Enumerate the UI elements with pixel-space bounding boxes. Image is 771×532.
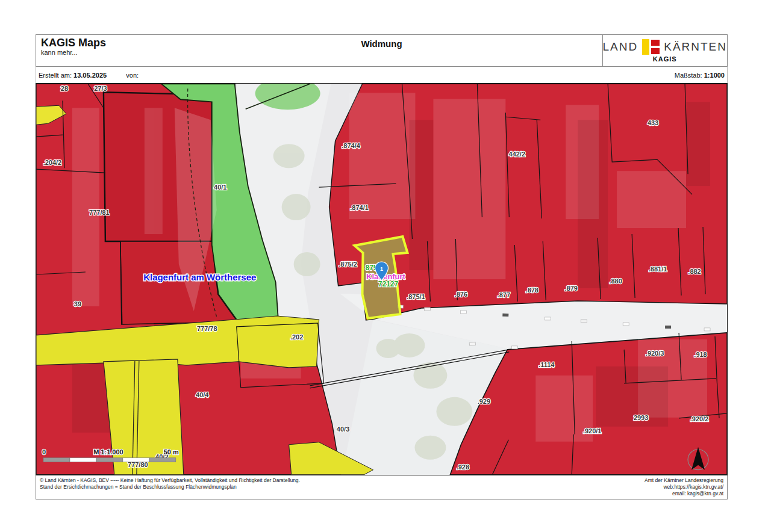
kagis-print-page: KAGIS Maps kann mehr... Widmung LAND KÄR…: [0, 0, 771, 532]
parcel-label: .878: [526, 286, 538, 294]
parcel-label: 777/78: [197, 325, 217, 332]
contact-email: email: kagis@ktn.gv.at: [645, 490, 723, 497]
disclaimer-line1: © Land Kärnten - KAGIS, BEV ----- Keine …: [40, 477, 300, 484]
app-branding: KAGIS Maps kann mehr...: [36, 35, 226, 66]
land-kaernten-bars-icon: [642, 39, 660, 55]
parcel-label: .920/1: [583, 427, 602, 435]
contact-authority: Amt der Kärntner Landesregierung: [645, 477, 723, 484]
footer: © Land Kärnten - KAGIS, BEV ----- Keine …: [36, 475, 728, 500]
print-sheet: KAGIS Maps kann mehr... Widmung LAND KÄR…: [36, 34, 728, 500]
logo-word-land: LAND: [603, 40, 638, 54]
scalebar-scale: M 1:1.000: [93, 448, 123, 456]
parcel-label: .876: [455, 291, 467, 298]
meta-bar: Erstellt am: 13.05.2025 von: Maßstab: 1:…: [36, 67, 728, 83]
app-subtitle: kann mehr...: [41, 49, 222, 56]
parcel-label: 40/4: [196, 391, 209, 398]
road-yellow-vertical: [104, 359, 184, 475]
scalebar-zero: 0: [42, 448, 46, 456]
created-label: Erstellt am:: [39, 72, 72, 79]
parcel-label: 28: [61, 85, 68, 92]
scale-label: Maßstab:: [675, 72, 702, 79]
parcel-label: .880: [609, 277, 622, 285]
header: KAGIS Maps kann mehr... Widmung LAND KÄR…: [36, 34, 728, 67]
created-by-label: von:: [126, 72, 139, 79]
app-title: KAGIS Maps: [41, 37, 222, 49]
parcel-label: .881/1: [649, 265, 667, 273]
parcel-label: .928: [457, 463, 469, 471]
parcel-label: .874/1: [350, 204, 369, 211]
parcel-label: .920/2: [690, 415, 709, 422]
zoning-map: 2827/3.204/2777/8140/139Klagenfurt am Wö…: [36, 84, 727, 475]
footer-disclaimer: © Land Kärnten - KAGIS, BEV ----- Keine …: [40, 477, 300, 497]
parcel-label: .202: [290, 333, 303, 341]
parcel-label: .879: [565, 285, 578, 292]
parcel-label: 40/3: [337, 425, 349, 433]
parcel-label: 777/81: [89, 209, 110, 216]
parcel-label: .918: [694, 351, 707, 358]
parcel-label: 40/1: [214, 184, 226, 191]
parcel-label: .874/4: [342, 142, 360, 149]
logo-word-kaernten: KÄRNTEN: [664, 40, 727, 54]
created-info: Erstellt am: 13.05.2025 von:: [39, 72, 139, 79]
parcel-label: .929: [478, 398, 490, 405]
parcel-label: .1114: [538, 361, 555, 368]
disclaimer-line2: Stand der Ersichtlichmachungen = Stand d…: [40, 484, 300, 490]
parcel-label: 2993: [634, 414, 648, 421]
parcel-label: 39: [74, 300, 81, 308]
land-kaernten-logo: LAND KÄRNTEN KAGIS: [602, 35, 727, 66]
scale-value: 1:1000: [704, 72, 725, 79]
parcel-label: .920/3: [646, 350, 664, 357]
logo-kagis-label: KAGIS: [653, 55, 677, 63]
scale-info: Maßstab: 1:1000: [675, 72, 725, 79]
footer-contact: Amt der Kärntner Landesregierung web:htt…: [645, 477, 723, 497]
parcel-label: 27/3: [94, 85, 107, 92]
parcel-label: .204/2: [43, 159, 62, 166]
marker-number: 1: [380, 266, 383, 272]
parcel-label: 442/2: [509, 150, 526, 158]
parcel-label: .882: [688, 268, 701, 275]
scalebar-max: 50 m: [164, 448, 179, 456]
parcel-label: 72127: [378, 280, 399, 288]
parcel-label: .875/1: [407, 293, 425, 300]
created-date: 13.05.2025: [73, 72, 107, 79]
parcel-label: 433: [648, 119, 658, 126]
parcel-label: .875/2: [339, 261, 357, 268]
parcel-label: .877: [498, 291, 510, 298]
map-viewport[interactable]: 2827/3.204/2777/8140/139Klagenfurt am Wö…: [36, 83, 728, 475]
place-label: Klagenfurt am Wörthersee: [143, 272, 256, 282]
contact-web: web:https://kagis.ktn.gv.at/: [645, 484, 723, 490]
